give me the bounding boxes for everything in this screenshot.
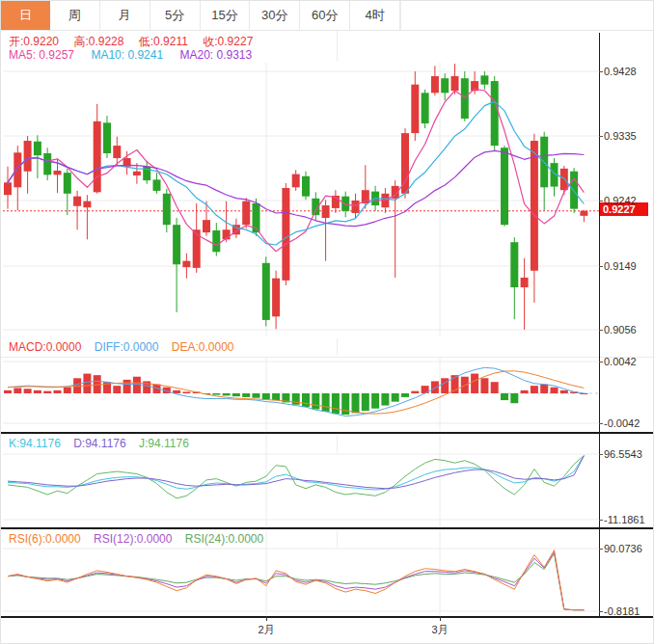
header-cell-divider [337, 31, 338, 61]
x-axis-line [1, 616, 654, 618]
month-label: 2月 [258, 623, 274, 637]
kdj-panel[interactable] [1, 434, 599, 527]
tab-30min[interactable]: 30分 [250, 1, 300, 30]
dea-value: DEA:0.0000 [172, 340, 234, 354]
tab-day[interactable]: 日 [1, 1, 50, 30]
tab-week[interactable]: 周 [50, 1, 100, 30]
macd-labels: MACD:0.0000 DIFF:0.0000 DEA:0.0000 [9, 340, 243, 354]
macd-axis-label: 0.0042 [604, 356, 637, 368]
ma-header: MA5: 0.9257 MA10: 0.9241 MA20: 0.9313 [9, 48, 265, 62]
price-axis-label-tick [599, 136, 603, 137]
macd-axis-label-tick [599, 423, 603, 424]
tab-month[interactable]: 月 [100, 1, 150, 30]
ma10-value: MA10: 0.9241 [91, 48, 163, 62]
diff-value: DIFF:0.0000 [95, 340, 159, 354]
month-tick [440, 616, 441, 621]
rsi-axis-label-tick [599, 549, 603, 550]
rsi-axis-label: -0.8181 [604, 605, 640, 618]
price-axis-label: 0.9149 [604, 260, 637, 273]
macd-axis-label: -0.0042 [604, 417, 640, 430]
macd-value: MACD:0.0000 [9, 340, 81, 354]
tabbar-end-divider [400, 1, 401, 30]
kdj-axis-label-tick [599, 454, 603, 455]
macd-axis-label-tick [599, 362, 603, 362]
month-tick [266, 616, 267, 621]
price-axis-label: 0.9428 [604, 66, 637, 78]
price-axis-label-tick [599, 71, 603, 72]
price-axis-label-tick [599, 266, 603, 267]
ma20-value: MA20: 0.9313 [179, 48, 252, 62]
high-value: 高:0.9228 [73, 35, 123, 48]
tab-60min[interactable]: 60分 [300, 1, 350, 30]
price-axis-label-tick [599, 330, 603, 331]
open-value: 开:0.9220 [9, 35, 59, 48]
period-tabbar: 日 周 月 5分 15分 30分 60分 4时 [1, 1, 400, 31]
stock-chart-widget: 日 周 月 5分 15分 30分 60分 4时 开:0.9220 高:0.922… [0, 0, 654, 644]
tab-4hour[interactable]: 4时 [350, 1, 400, 30]
y-axis-line [599, 33, 600, 616]
rsi-panel[interactable] [1, 529, 599, 616]
ma5-value: MA5: 0.9257 [9, 48, 74, 62]
kdj-axis-label: -11.1861 [604, 514, 645, 526]
price-axis-label-tick [599, 201, 603, 201]
kdj-axis-label: 96.5543 [604, 448, 642, 461]
rsi-axis-label-tick [599, 611, 603, 612]
price-axis-label: 0.9335 [604, 130, 637, 143]
tab-15min[interactable]: 15分 [201, 1, 251, 30]
header-border [400, 1, 654, 31]
candlestick-chart[interactable] [1, 61, 599, 336]
month-label: 3月 [431, 623, 448, 637]
low-value: 低:0.9211 [139, 35, 188, 48]
close-value: 收:0.9227 [203, 35, 253, 48]
price-axis-label: 0.9242 [604, 195, 637, 207]
macd-panel[interactable] [1, 356, 599, 433]
price-axis-label: 0.9056 [604, 324, 637, 336]
kdj-axis-label-tick [599, 520, 603, 521]
rsi-axis-label: 90.0736 [604, 543, 642, 555]
macd-cell-divider [337, 338, 338, 356]
tab-5min[interactable]: 5分 [150, 1, 201, 30]
